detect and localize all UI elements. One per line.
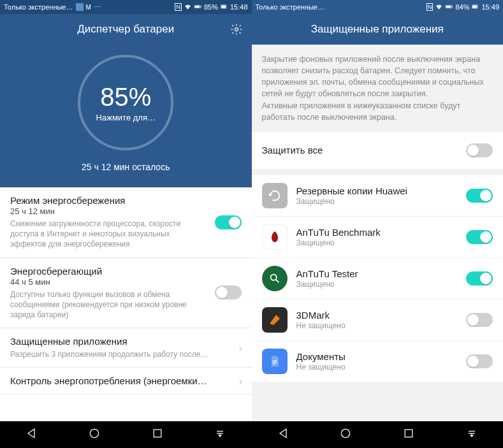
- app-row-antutu-benchmark[interactable]: AnTuTu BenchmarkЗащищено: [252, 217, 504, 258]
- app-row-huawei-backup[interactable]: Резервные копии HuaweiЗащищено: [252, 175, 504, 217]
- app-status: Не защищено: [296, 321, 467, 330]
- row-title: Режим энергосбережения: [10, 195, 242, 206]
- svg-rect-7: [154, 430, 161, 437]
- app-name: AnTuTu Benchmark: [296, 227, 467, 238]
- nfc-icon: N: [175, 3, 182, 11]
- row-subtitle: 25 ч 12 мин: [10, 206, 242, 216]
- app-toggle[interactable]: [466, 271, 493, 285]
- protected-apps-screen: Только экстренные… N 84% 15:49 Защищенны…: [252, 0, 504, 448]
- info-text: Закрытие фоновых приложений после выключ…: [252, 45, 504, 132]
- app-status: Защищено: [296, 197, 467, 206]
- menu-button[interactable]: [214, 427, 226, 442]
- svg-rect-14: [272, 360, 277, 361]
- battery-rect-icon: [471, 3, 479, 12]
- svg-rect-15: [272, 362, 277, 363]
- app-toggle[interactable]: [466, 189, 493, 203]
- app-row-antutu-tester[interactable]: AnTuTu TesterЗащищено: [252, 258, 504, 300]
- battery-circle[interactable]: 85% Нажмите для…: [78, 55, 173, 150]
- carrier-text: Только экстренные…: [256, 3, 325, 11]
- title-bar: Диспетчер батареи: [0, 14, 252, 45]
- antutu-benchmark-icon: [262, 224, 288, 250]
- recent-button[interactable]: [151, 427, 164, 442]
- home-button[interactable]: [88, 427, 101, 442]
- clock: 15:49: [481, 3, 499, 11]
- svg-rect-18: [405, 430, 412, 437]
- back-button[interactable]: [277, 427, 289, 442]
- wifi-icon: [435, 3, 443, 12]
- documents-icon: [262, 349, 288, 374]
- app-row-3dmark[interactable]: 3DMarkНе защищено: [252, 300, 504, 341]
- nav-bar: [0, 421, 252, 448]
- svg-rect-12: [473, 5, 477, 8]
- protect-all-toggle[interactable]: [466, 143, 493, 157]
- svg-point-5: [235, 28, 238, 31]
- ultra-power-toggle[interactable]: [215, 285, 242, 300]
- power-control-row[interactable]: Контроль энергопотребления (энергоемки… …: [0, 368, 252, 394]
- app-name: Документы: [296, 351, 467, 362]
- row-description: Доступны только функции вызовов и обмена…: [10, 289, 242, 321]
- app-name: AnTuTu Tester: [296, 268, 467, 279]
- recent-button[interactable]: [402, 427, 415, 442]
- row-title: Энергосберегающий: [10, 266, 242, 277]
- battery-percentage: 85%: [100, 83, 151, 112]
- gmail-icon: M: [86, 4, 91, 11]
- app-status: Не защищено: [296, 363, 467, 372]
- clock: 15:48: [230, 3, 248, 11]
- svg-rect-1: [195, 5, 200, 7]
- back-button[interactable]: [25, 427, 38, 442]
- protect-all-label: Защитить все: [262, 145, 323, 155]
- battery-pct: 84%: [455, 3, 469, 11]
- battery-pct: 85%: [204, 3, 218, 11]
- row-title: Защищенные приложения: [10, 336, 242, 347]
- battery-hero: 85% Нажмите для… 25 ч 12 мин осталось: [0, 45, 252, 187]
- chevron-right-icon: ›: [239, 341, 243, 354]
- svg-rect-9: [446, 5, 451, 7]
- row-description: Разрешить 3 приложениям продолжить работ…: [10, 349, 242, 359]
- svg-rect-4: [221, 5, 226, 8]
- menu-button[interactable]: [465, 427, 478, 442]
- svg-point-13: [270, 274, 276, 280]
- protect-all-row[interactable]: Защитить все: [252, 132, 504, 169]
- svg-rect-2: [201, 6, 201, 7]
- row-subtitle: 44 ч 5 мин: [10, 277, 242, 287]
- battery-manager-screen: Только экстренные… M ⋯ N 85% 15:48 Диспе…: [0, 0, 252, 448]
- home-button[interactable]: [339, 427, 352, 442]
- svg-point-6: [90, 429, 98, 437]
- power-saving-toggle[interactable]: [215, 215, 242, 229]
- app-row-documents[interactable]: ДокументыНе защищено: [252, 341, 504, 382]
- app-toggle[interactable]: [466, 354, 493, 368]
- status-bar: Только экстренные… N 84% 15:49: [252, 0, 504, 14]
- svg-rect-16: [272, 363, 275, 364]
- screen-title: Диспетчер батареи: [77, 23, 174, 36]
- row-title: Контроль энергопотребления (энергоемки…: [10, 375, 242, 386]
- 3dmark-icon: [262, 307, 288, 333]
- time-remaining: 25 ч 12 мин осталось: [82, 162, 170, 172]
- ultra-power-saving-row[interactable]: Энергосберегающий 44 ч 5 мин Доступны то…: [0, 258, 252, 329]
- app-status: Защищено: [296, 238, 467, 247]
- svg-point-17: [342, 429, 350, 437]
- more-icon: ⋯: [94, 3, 101, 11]
- app-toggle[interactable]: [466, 313, 493, 327]
- app-status: Защищено: [296, 280, 467, 289]
- tap-hint: Нажмите для…: [96, 113, 156, 122]
- battery-icon: [445, 3, 453, 12]
- antutu-tester-icon: [262, 266, 288, 291]
- protected-apps-row[interactable]: Защищенные приложения Разрешить 3 прилож…: [0, 328, 252, 368]
- app-indicator-icon: [76, 3, 84, 11]
- huawei-backup-icon: [262, 183, 288, 208]
- carrier-text: Только экстренные…: [4, 3, 73, 11]
- svg-rect-10: [452, 6, 453, 7]
- nav-bar: [252, 421, 504, 448]
- app-toggle[interactable]: [466, 230, 493, 244]
- wifi-icon: [184, 3, 192, 12]
- title-bar: Защищенные приложения: [252, 14, 504, 45]
- app-name: 3DMark: [296, 310, 467, 321]
- nfc-icon: N: [426, 3, 434, 11]
- battery-rect-icon: [220, 3, 228, 12]
- power-saving-mode-row[interactable]: Режим энергосбережения 25 ч 12 мин Сниже…: [0, 187, 252, 258]
- settings-list: Режим энергосбережения 25 ч 12 мин Сниже…: [0, 187, 252, 421]
- chevron-right-icon: ›: [239, 374, 243, 387]
- settings-gear-icon[interactable]: [230, 23, 243, 36]
- app-name: Резервные копии Huawei: [296, 185, 467, 196]
- status-bar: Только экстренные… M ⋯ N 85% 15:48: [0, 0, 252, 14]
